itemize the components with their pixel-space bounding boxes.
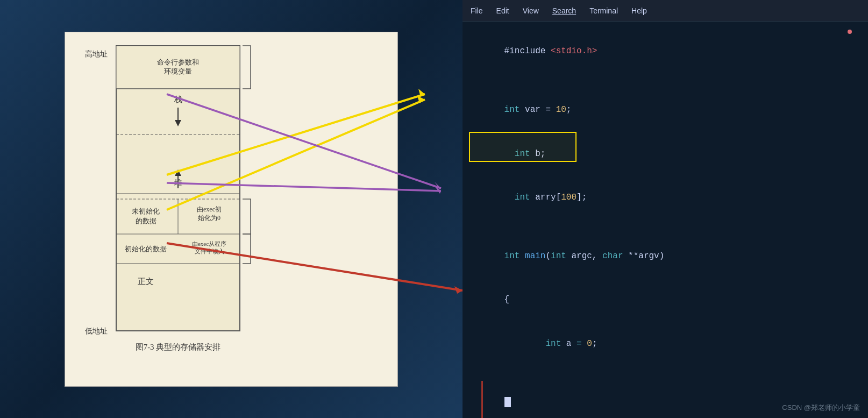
low-addr-label: 低地址 xyxy=(85,327,108,335)
code-line-6 xyxy=(473,219,857,234)
code-line-8: { xyxy=(473,278,857,322)
watermark: CSDN @郑老师的小学童 xyxy=(782,403,860,413)
code-line-2 xyxy=(473,74,857,88)
section-bss2: 的数据 xyxy=(136,217,156,225)
code-line-7: int main(int argc, char **argv) xyxy=(473,235,857,279)
editor-content: #include <stdio.h> int var = 10; int b; … xyxy=(463,22,868,418)
code-line-1: #include <stdio.h> xyxy=(473,30,857,74)
section-envvars: 环境变量 xyxy=(164,67,192,75)
menu-edit[interactable]: Edit xyxy=(496,6,509,15)
code-line-10 xyxy=(473,366,857,380)
section-exec-load2: 文件中读入 xyxy=(195,248,224,254)
section-exec-init2: 始化为0 xyxy=(198,214,220,222)
section-text: 正文 xyxy=(138,277,154,286)
right-panel: File Edit View Search Terminal Help #inc… xyxy=(463,0,868,418)
high-addr-label: 高地址 xyxy=(85,50,108,58)
highlight-region: int b; int arry[100]; xyxy=(473,132,857,219)
editor-menubar: File Edit View Search Terminal Help xyxy=(463,0,868,22)
svg-marker-14 xyxy=(417,96,425,103)
menu-terminal[interactable]: Terminal xyxy=(589,6,618,15)
code-line-5: int arry[100]; xyxy=(473,176,857,220)
diagram-container: 高地址 低地址 命令行参数和 环境变量 栈 堆 xyxy=(65,32,398,387)
svg-marker-16 xyxy=(418,89,425,97)
svg-marker-18 xyxy=(435,182,441,189)
menu-file[interactable]: File xyxy=(471,6,483,15)
diagram-svg: 高地址 低地址 命令行参数和 环境变量 栈 堆 xyxy=(76,40,388,358)
code-line-9: int a = 0; xyxy=(473,322,857,366)
svg-marker-22 xyxy=(454,286,463,294)
left-panel: 高地址 低地址 命令行参数和 环境变量 栈 堆 xyxy=(0,0,463,418)
cursor xyxy=(504,397,511,407)
section-exec-load: 由exec从程序 xyxy=(192,240,226,247)
menu-view[interactable]: View xyxy=(523,6,539,15)
code-line-3: int var = 10; xyxy=(473,88,857,132)
section-stack: 栈 xyxy=(174,95,182,104)
section-exec-init: 由exec初 xyxy=(197,206,222,213)
section-heap: 堆 xyxy=(174,179,182,187)
section-bss: 未初始化 xyxy=(132,207,160,215)
menu-search[interactable]: Search xyxy=(552,6,576,15)
diagram-title: 图7-3 典型的存储器安排 xyxy=(136,343,221,351)
menu-help[interactable]: Help xyxy=(631,6,647,15)
red-bracket xyxy=(481,381,483,419)
code-line-4: int b; xyxy=(473,132,857,176)
section-data: 初始化的数据 xyxy=(125,245,167,253)
section-cmdargs: 命令行参数和 xyxy=(157,58,199,66)
red-dot xyxy=(848,30,852,34)
svg-marker-20 xyxy=(434,185,441,194)
